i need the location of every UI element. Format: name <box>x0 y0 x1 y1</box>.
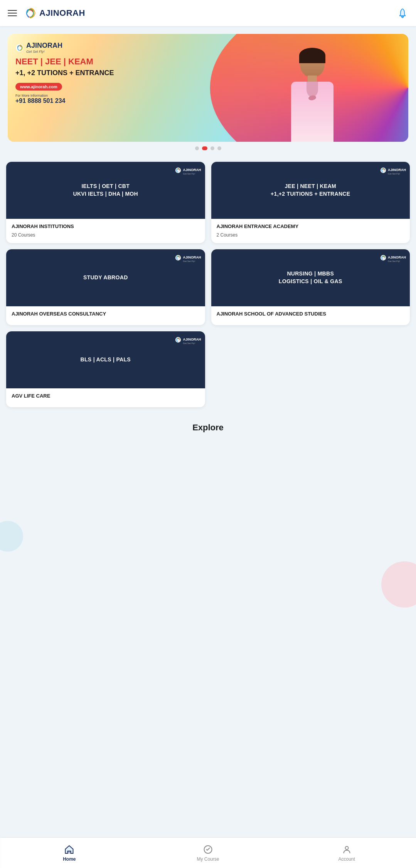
banner-subtitle: +1, +2 TUTIONS + ENTRANCE <box>15 69 240 77</box>
course-card-1[interactable]: AJINORAH Get Set Fly! IELTS | OET | CBTU… <box>6 162 205 243</box>
banner-dot-1[interactable] <box>195 146 199 150</box>
banner-dots <box>8 142 408 152</box>
course-thumbnail-2: AJINORAH Get Set Fly! JEE | NEET | KEAM+… <box>211 162 410 219</box>
course-thumb-title-4: NURSING | MBBSLOGISTICS | OIL & GAS <box>279 270 342 285</box>
account-icon <box>341 844 352 855</box>
banner-url: www.ajinorah.com <box>15 83 62 91</box>
banner-logo-text: AJINORAH <box>26 42 62 49</box>
thumbnail-tagline-3: Get Set Fly! <box>183 260 201 262</box>
course-thumb-title-3: STUDY ABROAD <box>83 274 128 282</box>
course-card-5[interactable]: AJINORAH Get Set Fly! BLS | ACLS | PALS … <box>6 331 205 407</box>
nav-label-home: Home <box>63 856 76 862</box>
logo-container[interactable]: AJINORAH <box>23 6 85 20</box>
course-thumbnail-5: AJINORAH Get Set Fly! BLS | ACLS | PALS <box>6 331 205 388</box>
banner-logo-row: AJINORAH Get Set Fly! <box>15 42 240 54</box>
header-left: AJINORAH <box>8 6 85 20</box>
svg-point-10 <box>345 846 348 850</box>
course-info-3: AJINORAH OVERSEAS CONSULTANCY <box>6 306 205 325</box>
home-icon <box>64 844 75 855</box>
banner-dot-3[interactable] <box>211 146 214 150</box>
course-thumb-title-2: JEE | NEET | KEAM+1,+2 TUITIONS + ENTRAN… <box>271 183 350 198</box>
course-name-4: AJINORAH SCHOOL OF ADVANCED STUDIES <box>217 311 405 317</box>
course-thumbnail-4: AJINORAH Get Set Fly! NURSING | MBBSLOGI… <box>211 249 410 306</box>
banner-title: NEET | JEE | KEAM <box>15 57 240 67</box>
course-info-2: AJINORAH ENTRANCE ACADEMY 2 Courses <box>211 219 410 243</box>
thumbnail-logo-text-1: AJINORAH <box>183 168 201 172</box>
thumbnail-logo-text-5: AJINORAH <box>183 337 201 341</box>
course-name-1: AJINORAH INSTITUTIONS <box>12 223 200 230</box>
nav-item-account[interactable]: Account <box>277 838 416 868</box>
hamburger-menu[interactable] <box>8 10 17 16</box>
banner-content: AJINORAH Get Set Fly! NEET | JEE | KEAM … <box>8 34 248 142</box>
course-name-5: AGV LIFE CARE <box>12 393 200 400</box>
banner-logo-icon <box>15 44 24 52</box>
thumbnail-tagline-2: Get Set Fly! <box>388 173 406 175</box>
nav-label-mycourse: My Course <box>197 856 219 862</box>
nav-item-home[interactable]: Home <box>0 838 139 868</box>
thumbnail-tagline-1: Get Set Fly! <box>183 173 201 175</box>
banner-info-text: For More Information <box>15 94 240 97</box>
courses-section: AJINORAH Get Set Fly! IELTS | OET | CBTU… <box>0 156 416 413</box>
course-card-4[interactable]: AJINORAH Get Set Fly! NURSING | MBBSLOGI… <box>211 249 410 325</box>
course-thumbnail-3: AJINORAH Get Set Fly! STUDY ABROAD <box>6 249 205 306</box>
banner-person-image <box>236 45 388 142</box>
thumbnail-logo-2: AJINORAH Get Set Fly! <box>380 166 406 175</box>
thumbnail-tagline-5: Get Set Fly! <box>183 342 201 344</box>
nav-label-account: Account <box>339 856 355 862</box>
banner-dot-2[interactable] <box>202 146 207 150</box>
header: AJINORAH <box>0 0 416 26</box>
thumbnail-logo-text-3: AJINORAH <box>183 255 201 259</box>
course-thumb-title-5: BLS | ACLS | PALS <box>81 356 131 364</box>
thumbnail-logo-3: AJINORAH Get Set Fly! <box>175 253 201 262</box>
blob-decoration-blue <box>0 521 23 552</box>
logo-text: AJINORAH <box>39 8 85 18</box>
banner-phone: +91 8888 501 234 <box>15 97 240 104</box>
banner-section: AJINORAH Get Set Fly! NEET | JEE | KEAM … <box>0 26 416 156</box>
thumbnail-logo-5: AJINORAH Get Set Fly! <box>175 335 201 344</box>
thumbnail-logo-4: AJINORAH Get Set Fly! <box>380 253 406 262</box>
nav-item-mycourse[interactable]: My Course <box>139 838 278 868</box>
svg-rect-8 <box>68 851 71 853</box>
banner-dot-4[interactable] <box>217 146 221 150</box>
course-name-3: AJINORAH OVERSEAS CONSULTANCY <box>12 311 200 317</box>
explore-title: Explore <box>0 423 416 433</box>
mycourse-icon <box>203 844 214 855</box>
thumbnail-logo-1: AJINORAH Get Set Fly! <box>175 166 201 175</box>
bottom-nav: Home My Course Account <box>0 837 416 868</box>
course-thumb-title-1: IELTS | OET | CBTUKVI IELTS | DHA | MOH <box>73 183 138 198</box>
course-info-4: AJINORAH SCHOOL OF ADVANCED STUDIES <box>211 306 410 325</box>
thumbnail-tagline-4: Get Set Fly! <box>388 260 406 262</box>
thumbnail-logo-text-2: AJINORAH <box>388 168 406 172</box>
blob-decoration-pink <box>381 561 416 608</box>
banner-tagline: Get Set Fly! <box>26 50 62 54</box>
courses-grid: AJINORAH Get Set Fly! IELTS | OET | CBTU… <box>6 162 410 407</box>
explore-section: Explore <box>0 413 416 436</box>
ajinorah-logo-icon <box>23 6 37 20</box>
course-name-2: AJINORAH ENTRANCE ACADEMY <box>217 223 405 230</box>
notification-bell[interactable] <box>397 7 408 19</box>
course-info-5: AGV LIFE CARE <box>6 388 205 407</box>
thumbnail-logo-text-4: AJINORAH <box>388 255 406 259</box>
course-info-1: AJINORAH INSTITUTIONS 20 Courses <box>6 219 205 243</box>
course-card-3[interactable]: AJINORAH Get Set Fly! STUDY ABROAD AJINO… <box>6 249 205 325</box>
course-count-1: 20 Courses <box>12 232 200 238</box>
course-card-2[interactable]: AJINORAH Get Set Fly! JEE | NEET | KEAM+… <box>211 162 410 243</box>
course-count-2: 2 Courses <box>217 232 405 238</box>
course-thumbnail-1: AJINORAH Get Set Fly! IELTS | OET | CBTU… <box>6 162 205 219</box>
promo-banner[interactable]: AJINORAH Get Set Fly! NEET | JEE | KEAM … <box>8 34 408 142</box>
